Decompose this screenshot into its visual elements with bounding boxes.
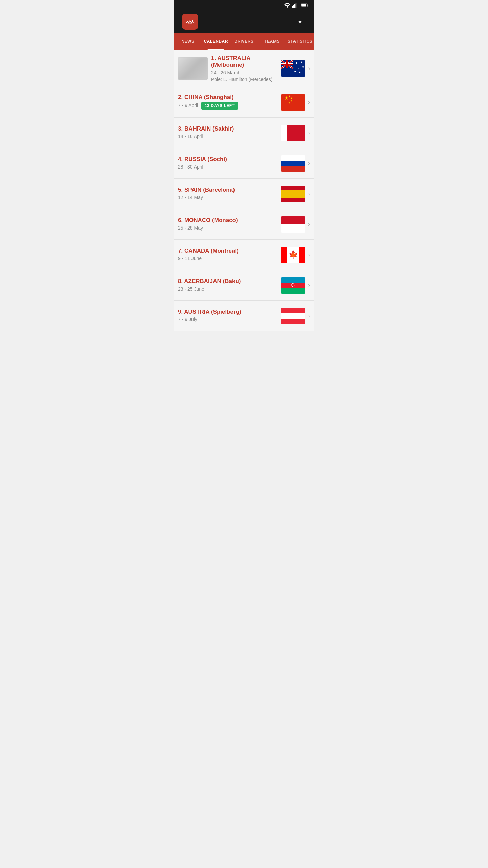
race-date: 9 - 11 June [178,256,278,261]
svg-rect-50 [281,319,305,324]
race-date: 28 - 30 April [178,164,278,170]
race-item[interactable]: 1. AUSTRALIA (Melbourne) 24 - 26 March P… [174,50,314,87]
chevron-right-icon: › [308,312,310,319]
flag-container: ☪ [281,277,305,294]
flag-container [281,186,305,202]
tab-teams[interactable]: TEAMS [258,33,286,50]
race-item[interactable]: 6. MONACO (Monaco) 25 - 28 May › [174,209,314,240]
logo-icon: 🏎 [186,17,194,26]
svg-text:★: ★ [300,61,302,63]
race-thumbnail [178,57,208,80]
race-content: 2. CHINA (Shanghai) 7 - 9 April13 DAYS L… [178,94,281,111]
race-content: 1. AUSTRALIA (Melbourne) 24 - 26 March P… [211,55,281,82]
svg-rect-37 [281,190,305,198]
race-content: 4. RUSSIA (Sochi) 28 - 30 April [178,156,281,171]
flag-container: ★ ★ ★ ★ ★ ★ [281,60,305,77]
svg-rect-42 [299,247,305,263]
race-item[interactable]: 7. CANADA (Montréal) 9 - 11 June 🍁 › [174,240,314,270]
tab-teams-label: TEAMS [265,39,280,44]
race-item[interactable]: 5. SPAIN (Barcelona) 12 - 14 May › [174,179,314,209]
svg-rect-41 [281,247,287,263]
svg-text:★: ★ [294,70,296,73]
status-bar [174,0,314,11]
tab-statistics-label: STATISTICS [288,39,312,44]
flag-container [281,155,305,172]
svg-rect-38 [281,216,305,224]
flag-container [281,216,305,233]
svg-rect-33 [281,155,305,161]
svg-text:★: ★ [295,61,298,65]
race-name: 6. MONACO (Monaco) [178,217,278,224]
year-selector[interactable] [297,20,302,23]
svg-rect-0 [292,6,293,8]
race-date: 7 - 9 April13 DAYS LEFT [178,102,278,110]
race-item[interactable]: 2. CHINA (Shanghai) 7 - 9 April13 DAYS L… [174,87,314,118]
chevron-right-icon: › [308,282,310,289]
chevron-right-icon: › [308,129,310,136]
svg-rect-49 [281,313,305,319]
svg-text:☪: ☪ [291,282,296,288]
svg-text:★: ★ [302,65,304,68]
status-icons [284,3,310,8]
race-content: 9. AUSTRIA (Spielberg) 7 - 9 July [178,309,281,323]
race-name: 9. AUSTRIA (Spielberg) [178,309,278,315]
race-name: 4. RUSSIA (Sochi) [178,156,278,163]
svg-text:★: ★ [288,102,290,104]
tab-drivers[interactable]: DRIVERS [230,33,258,50]
tab-calendar[interactable]: CALENDAR [202,33,230,50]
race-name: 7. CANADA (Montréal) [178,248,278,254]
svg-rect-3 [296,4,296,8]
race-date: 7 - 9 July [178,317,278,322]
svg-rect-2 [294,4,295,8]
svg-rect-46 [281,288,305,294]
days-left-badge: 13 DAYS LEFT [201,102,238,110]
chevron-right-icon: › [308,251,310,258]
race-name: 8. AZERBAIJAN (Baku) [178,278,278,285]
wifi-icon [284,3,290,8]
race-item[interactable]: 3. BAHRAIN (Sakhir) 14 - 16 April › [174,118,314,148]
svg-rect-6 [308,5,308,6]
race-content: 6. MONACO (Monaco) 25 - 28 May [178,217,281,232]
race-item[interactable]: 9. AUSTRIA (Spielberg) 7 - 9 July › [174,301,314,331]
chevron-right-icon: › [308,160,310,167]
svg-rect-48 [281,308,305,313]
svg-text:★: ★ [298,67,300,69]
flag-container: 🍁 [281,247,305,263]
svg-text:★: ★ [298,70,301,74]
race-date: 25 - 28 May [178,225,278,231]
year-dropdown-icon [298,21,302,23]
svg-rect-39 [281,224,305,233]
tab-calendar-label: CALENDAR [204,39,228,44]
nav-tabs: NEWS CALENDAR DRIVERS TEAMS STATISTICS [174,33,314,50]
svg-text:★: ★ [290,100,292,102]
tab-news[interactable]: NEWS [174,33,202,50]
svg-rect-31 [281,125,287,141]
chevron-right-icon: › [308,65,310,72]
flag-container [281,125,305,141]
svg-text:★: ★ [290,97,292,99]
race-content: 5. SPAIN (Barcelona) 12 - 14 May [178,186,281,201]
race-name: 1. AUSTRALIA (Melbourne) [211,55,278,68]
tab-statistics[interactable]: STATISTICS [286,33,314,50]
svg-text:🍁: 🍁 [289,250,298,259]
race-date: 14 - 16 April [178,134,278,139]
svg-rect-4 [297,3,297,8]
signal-icon [292,3,298,8]
battery-icon [301,3,308,7]
race-item[interactable]: 4. RUSSIA (Sochi) 28 - 30 April › [174,148,314,179]
chevron-right-icon: › [308,221,310,228]
chevron-right-icon: › [308,190,310,197]
race-content: 7. CANADA (Montréal) 9 - 11 June [178,248,281,262]
chevron-right-icon: › [308,99,310,106]
race-content: 8. AZERBAIJAN (Baku) 23 - 25 June [178,278,281,293]
race-content: 3. BAHRAIN (Sakhir) 14 - 16 April [178,125,281,140]
tab-news-label: NEWS [181,39,194,44]
race-name: 2. CHINA (Shanghai) [178,94,278,101]
race-date: 24 - 26 March [211,70,278,75]
flag-container [281,308,305,324]
svg-rect-7 [301,4,306,6]
race-item[interactable]: 8. AZERBAIJAN (Baku) 23 - 25 June ☪ › [174,270,314,301]
svg-rect-35 [281,166,305,172]
app-header: 🏎 [174,11,314,33]
svg-rect-34 [281,161,305,166]
